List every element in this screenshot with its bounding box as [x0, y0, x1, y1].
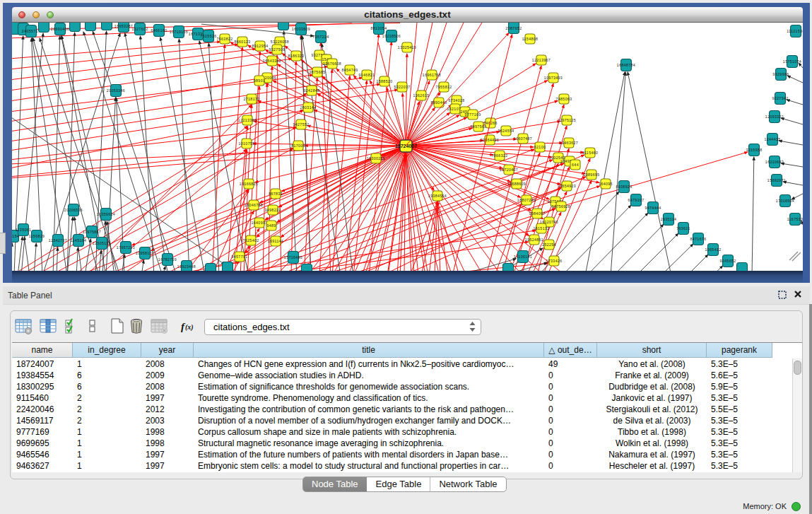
svg-text:1135061: 1135061 — [16, 228, 32, 232]
svg-text:10975867: 10975867 — [83, 230, 101, 234]
svg-text:19384554: 19384554 — [428, 194, 447, 198]
svg-text:252254: 252254 — [542, 243, 556, 247]
svg-text:763621: 763621 — [676, 226, 690, 230]
svg-text:7663822: 7663822 — [217, 37, 233, 41]
svg-text:2087652: 2087652 — [506, 26, 522, 30]
svg-text:9115460: 9115460 — [582, 151, 599, 155]
svg-text:3624554: 3624554 — [498, 129, 514, 133]
svg-text:1065412: 1065412 — [705, 247, 722, 252]
svg-text:1154808: 1154808 — [522, 37, 539, 41]
svg-text:1010755: 1010755 — [239, 141, 255, 146]
svg-text:817006: 817006 — [291, 144, 305, 148]
svg-text:17359924: 17359924 — [97, 212, 115, 216]
svg-text:6466160: 6466160 — [151, 28, 167, 33]
svg-text:2803144: 2803144 — [300, 105, 317, 110]
svg-text:8186323: 8186323 — [288, 54, 305, 58]
svg-text:17957223: 17957223 — [117, 245, 135, 250]
svg-text:15300215: 15300215 — [367, 156, 385, 160]
svg-text:7357224: 7357224 — [313, 35, 329, 39]
svg-text:16033809: 16033809 — [292, 27, 310, 31]
svg-text:98901: 98901 — [254, 78, 265, 83]
svg-text:1588520: 1588520 — [377, 79, 393, 83]
svg-text:12505135: 12505135 — [93, 241, 111, 245]
svg-text:8454749: 8454749 — [342, 68, 358, 72]
svg-text:1733426: 1733426 — [546, 259, 563, 263]
svg-text:10607487: 10607487 — [514, 136, 532, 141]
svg-text:20691406: 20691406 — [51, 27, 69, 31]
svg-text:1089695: 1089695 — [584, 173, 600, 177]
svg-text:9242848: 9242848 — [304, 88, 320, 93]
svg-text:16210643: 16210643 — [765, 160, 784, 164]
svg-text:18724007: 18724007 — [395, 144, 417, 148]
svg-text:1167533: 1167533 — [787, 217, 803, 221]
svg-text:6479197: 6479197 — [628, 198, 645, 202]
svg-text:9457791: 9457791 — [232, 255, 248, 259]
svg-text:5322037: 5322037 — [394, 85, 411, 89]
svg-text:(x): (x) — [185, 323, 194, 332]
svg-text:8813054: 8813054 — [371, 26, 387, 30]
svg-text:10958107: 10958107 — [136, 251, 154, 255]
svg-text:16961768: 16961768 — [423, 73, 441, 77]
svg-text:12213967: 12213967 — [532, 58, 551, 62]
svg-text:9777169: 9777169 — [465, 112, 481, 117]
svg-text:7515526: 7515526 — [201, 34, 217, 38]
svg-text:3498222: 3498222 — [265, 208, 281, 212]
svg-text:16046788: 16046788 — [245, 203, 263, 207]
svg-text:8938923: 8938923 — [616, 185, 632, 189]
svg-text:9227342: 9227342 — [772, 96, 789, 100]
svg-text:19166825: 19166825 — [240, 182, 258, 186]
svg-text:9427552: 9427552 — [293, 122, 310, 127]
svg-text:8912954: 8912954 — [252, 44, 269, 48]
svg-text:9489: 9489 — [266, 223, 276, 228]
svg-text:6734028: 6734028 — [449, 98, 465, 103]
svg-text:867833: 867833 — [269, 192, 283, 196]
svg-text:16782759: 16782759 — [158, 257, 177, 262]
svg-text:7866322: 7866322 — [492, 153, 508, 158]
svg-text:2935114: 2935114 — [661, 217, 677, 221]
svg-text:23676608: 23676608 — [323, 62, 341, 66]
svg-text:62100: 62100 — [534, 145, 546, 149]
svg-text:17016504: 17016504 — [776, 199, 794, 203]
svg-text:12923448: 12923448 — [177, 264, 196, 269]
svg-text:7625402: 7625402 — [243, 238, 259, 243]
svg-text:19218506: 19218506 — [382, 34, 401, 38]
svg-text:10688609: 10688609 — [507, 182, 526, 186]
svg-text:15692971: 15692971 — [767, 178, 786, 182]
svg-text:9245652: 9245652 — [720, 259, 736, 263]
svg-text:12213389: 12213389 — [238, 118, 257, 122]
svg-text:15716485: 15716485 — [284, 255, 302, 259]
svg-text:9329966: 9329966 — [773, 72, 789, 76]
svg-text:9084067: 9084067 — [529, 211, 546, 216]
svg-text:13654923: 13654923 — [558, 184, 576, 188]
svg-text:9474444: 9474444 — [645, 206, 661, 210]
svg-text:9327509: 9327509 — [269, 47, 286, 52]
svg-text:8471676: 8471676 — [690, 237, 707, 241]
svg-text:10463627: 10463627 — [560, 141, 578, 145]
svg-text:1156829: 1156829 — [29, 234, 45, 238]
svg-text:12342737: 12342737 — [49, 238, 67, 243]
svg-text:1145194: 1145194 — [71, 238, 87, 243]
svg-text:16543362: 16543362 — [263, 59, 281, 63]
svg-text:14136141: 14136141 — [514, 255, 532, 259]
svg-text:16848784: 16848784 — [617, 63, 635, 67]
svg-text:10719155: 10719155 — [170, 30, 188, 34]
svg-text:1640993: 1640993 — [252, 221, 268, 225]
svg-text:11121534: 11121534 — [787, 29, 803, 33]
svg-text:9146821: 9146821 — [359, 73, 375, 77]
svg-text:12975125: 12975125 — [558, 118, 576, 122]
svg-text:20364436: 20364436 — [481, 138, 499, 142]
svg-text:13325419: 13325419 — [398, 45, 416, 49]
svg-text:3875685: 3875685 — [310, 70, 326, 74]
svg-text:19756928: 19756928 — [552, 204, 570, 209]
svg-text:16653287: 16653287 — [114, 24, 133, 28]
svg-text:19524851: 19524851 — [525, 238, 543, 242]
svg-text:164095: 164095 — [599, 182, 613, 186]
svg-text:1615132: 1615132 — [534, 226, 550, 230]
svg-text:24055717: 24055717 — [22, 29, 40, 33]
svg-text:1362615: 1362615 — [413, 93, 430, 98]
svg-text:8990448: 8990448 — [431, 100, 447, 105]
svg-text:18807249: 18807249 — [517, 198, 536, 202]
svg-text:10973493: 10973493 — [544, 76, 563, 80]
svg-text:12093322: 12093322 — [765, 115, 784, 119]
svg-text:1527602: 1527602 — [132, 27, 148, 31]
